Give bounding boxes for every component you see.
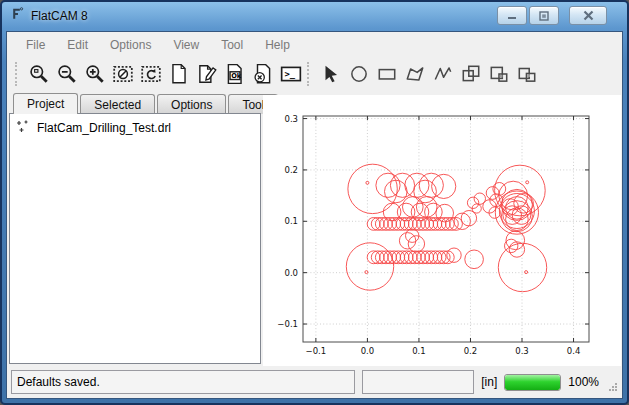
draw-circle-icon [348,63,370,85]
resize-grip-icon[interactable] [608,378,618,396]
subtract-icon [488,63,510,85]
select-arrow-button[interactable] [317,60,345,87]
status-message: Defaults saved. [11,370,355,394]
svg-text:0.0: 0.0 [361,346,375,356]
progress-percent-label: 100% [568,375,599,389]
maximize-button[interactable] [529,6,559,25]
delete-file-icon [252,63,274,85]
edit-file-icon [196,63,218,85]
replot-icon [140,63,162,85]
zoom-fit-button[interactable] [25,60,53,87]
menu-bar: FileEditOptionsViewToolHelp [7,33,622,57]
zoom-in-icon [84,63,106,85]
status-aux-field [362,370,474,394]
tab-bar: ProjectSelectedOptionsTool [13,93,278,114]
zoom-fit-icon [28,63,50,85]
progress-fill [505,375,560,390]
svg-text:0.2: 0.2 [284,165,298,175]
toolbar: Ok>_ [7,57,622,90]
window-title: FlatCAM 8 [31,9,88,23]
zoom-in-button[interactable] [81,60,109,87]
svg-text:0.1: 0.1 [284,216,298,226]
cut-button[interactable] [513,60,541,87]
svg-text:−0.1: −0.1 [306,346,327,356]
shell-button[interactable]: >_ [277,60,305,87]
title-bar[interactable]: FlatCAM 8 [2,2,627,29]
svg-text:0.3: 0.3 [515,346,529,356]
status-bar: Defaults saved. [in] 100% [7,366,622,398]
menu-view[interactable]: View [162,34,210,56]
svg-text:0.3: 0.3 [284,114,298,124]
minimize-button[interactable] [497,6,527,25]
flatcam-logo-icon [10,6,25,25]
toolbar-handle[interactable] [15,62,20,86]
new-file-button[interactable] [165,60,193,87]
tree-item[interactable]: FlatCam_Drilling_Test.drl [10,114,260,139]
clear-plot-icon [112,63,134,85]
project-tree[interactable]: FlatCam_Drilling_Test.drl [9,113,261,364]
new-file-icon [168,63,190,85]
menu-help[interactable]: Help [254,34,301,56]
menu-options[interactable]: Options [99,34,162,56]
tree-item-label: FlatCam_Drilling_Test.drl [37,121,171,135]
edit-file-button[interactable] [193,60,221,87]
draw-rectangle-button[interactable] [373,60,401,87]
plot-canvas[interactable]: −0.10.00.10.20.30.40.30.20.10.0−0.1 [263,95,621,366]
maximize-icon [537,10,551,22]
client-area: FileEditOptionsViewToolHelp Ok>_ Project… [6,31,623,399]
plot-figure: −0.10.00.10.20.30.40.30.20.10.0−0.1 [263,95,621,366]
zoom-out-icon [56,63,78,85]
svg-text:0.1: 0.1 [412,346,426,356]
minimize-icon [505,11,519,21]
select-arrow-icon [320,63,342,85]
units-label: [in] [481,375,497,389]
delete-file-button[interactable] [249,60,277,87]
svg-text:0.4: 0.4 [567,346,581,356]
svg-text:−0.1: −0.1 [277,319,298,329]
draw-polygon-button[interactable] [401,60,429,87]
app-window: FlatCAM 8 FileEditOptionsViewToolHelp Ok… [0,0,629,405]
svg-text:0.0: 0.0 [284,268,298,278]
cut-icon [516,63,538,85]
draw-polyline-button[interactable] [429,60,457,87]
tab-project[interactable]: Project [13,93,78,114]
zoom-out-button[interactable] [53,60,81,87]
draw-circle-button[interactable] [345,60,373,87]
close-icon [582,10,595,21]
menu-tool[interactable]: Tool [210,34,254,56]
ok-file-button[interactable]: Ok [221,60,249,87]
draw-polyline-icon [432,63,454,85]
menu-edit[interactable]: Edit [56,34,99,56]
clear-plot-button[interactable] [109,60,137,87]
shell-icon: >_ [280,63,302,85]
draw-rectangle-icon [376,63,398,85]
svg-text:>_: >_ [284,69,295,79]
union-icon [460,63,482,85]
close-button[interactable] [569,6,607,25]
svg-text:0.2: 0.2 [464,346,478,356]
subtract-button[interactable] [485,60,513,87]
union-button[interactable] [457,60,485,87]
replot-button[interactable] [137,60,165,87]
ok-file-icon: Ok [224,63,246,85]
tab-options[interactable]: Options [157,94,226,114]
draw-polygon-icon [404,63,426,85]
toolbar-handle[interactable] [307,62,312,86]
tab-selected[interactable]: Selected [80,94,155,114]
svg-text:Ok: Ok [231,71,242,79]
menu-file[interactable]: File [15,34,56,56]
drill-object-icon [16,119,31,137]
progress-bar [504,374,561,391]
